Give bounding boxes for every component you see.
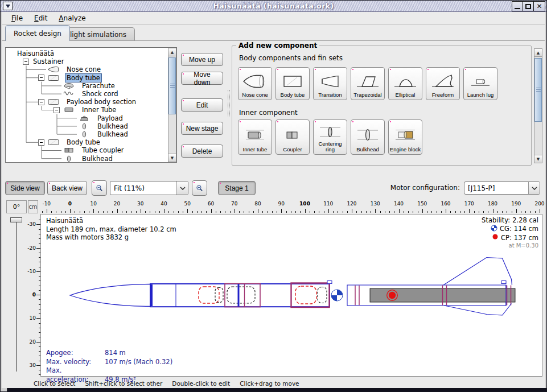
add-nose-cone-button[interactable]: Nose cone [238,67,272,100]
zoom-in-button[interactable] [192,180,207,196]
scroll-thumb[interactable] [534,58,542,122]
component-button-label: Freeform [432,92,454,98]
add-transition-button[interactable]: Transition [313,67,347,100]
zoom-out-button[interactable] [92,180,107,196]
launch-lug-shape[interactable] [327,281,332,284]
menu-edit[interactable]: Edit [28,13,53,24]
toolbar-separator [228,90,230,117]
inner-tube-icon [242,122,268,147]
component-tree[interactable]: HaisunäätäSustainerNose coneBody tubePar… [5,47,177,163]
menu-file[interactable]: File [6,13,28,24]
tree-expander-icon[interactable] [38,75,44,81]
edit-button-new-stage[interactable]: New stage [181,122,223,135]
stage-1-toggle[interactable]: Stage 1 [218,181,256,195]
tree-item[interactable]: Sustainer [6,57,167,65]
add-coupler-button[interactable]: Coupler [275,119,310,155]
tree-item[interactable]: Payload body section [6,98,167,106]
chevron-down-icon[interactable] [176,181,188,195]
maximize-button[interactable] [523,2,534,11]
rocket-canvas[interactable]: HaisunäätäLength 189 cm, max. diameter 1… [40,214,542,377]
fin-elliptical-icon [393,70,418,92]
slider-handle[interactable] [10,217,22,222]
body-tube-icon [47,75,61,81]
shock-cord-icon [63,90,76,97]
flight-stat-value: 107 m/s (Mach 0.32) [105,358,172,366]
tree-expander-icon[interactable] [54,107,60,113]
menu-bar: FileEditAnalyze [2,12,545,25]
payload-icon [78,115,92,122]
body-tube-shape[interactable] [150,284,330,307]
cp-label: CP: [501,234,512,242]
flight-stat-value: 814 m [105,349,126,357]
stability-label: Stability: [482,216,510,225]
flight-stat-row: Max. velocity:107 m/s (Mach 0.32) [46,358,172,367]
tree-item-label: Haisunäätä [16,49,55,57]
add-centering-ring-button[interactable]: Centering ring [313,119,347,155]
title-bar[interactable]: Haisunäätä (haisunaata.ork) ✕ [1,1,546,12]
add-bulkhead-button[interactable]: Bulkhead [351,119,385,155]
nose-cone-shape[interactable] [70,284,150,307]
body-components-label: Body components and fin sets [239,54,343,62]
centering-ring-icon [318,122,343,141]
rotation-slider[interactable] [6,216,27,376]
edit-button-delete[interactable]: Delete [181,145,223,158]
tree-item[interactable]: Haisunäätä [6,49,167,57]
add-fin-trapezoidal-button[interactable]: Trapezoidal [351,67,385,100]
tree-item[interactable]: Tube coupler [6,146,167,154]
tree-item[interactable]: Nose cone [6,65,167,73]
window-menu-icon[interactable] [3,2,13,10]
add-engine-block-button[interactable]: Engine block [388,119,422,155]
coupler-icon [63,147,76,154]
motor-configuration-select[interactable]: [J115-P] [464,181,540,195]
scroll-down-icon[interactable]: ▼ [534,155,542,163]
add-launch-lug-button[interactable]: Launch lug [463,67,497,100]
scroll-up-icon[interactable]: ▲ [168,48,176,56]
tree-expander-icon[interactable] [38,99,44,105]
add-fin-elliptical-button[interactable]: Elliptical [388,67,422,100]
tree-item[interactable]: Body tube [6,74,167,82]
menu-analyze[interactable]: Analyze [53,13,91,24]
component-button-label: Inner tube [243,147,268,152]
component-panel-scrollbar[interactable]: ▲ ▼ [534,48,542,163]
edit-button-edit[interactable]: Edit [181,98,223,112]
tree-item[interactable]: Parachute [6,82,167,90]
body-tube-icon [280,70,305,92]
close-button[interactable]: ✕ [534,2,545,11]
minimize-button[interactable] [512,2,523,11]
side-view-button[interactable]: Side view [5,181,45,195]
resize-grip[interactable] [1,388,7,391]
add-inner-tube-button[interactable]: Inner tube [238,119,272,155]
zoom-select[interactable]: Fit (11%) [110,181,188,195]
chevron-down-icon[interactable] [528,182,540,194]
nose-cone-icon [242,70,268,92]
tree-item[interactable]: Inner Tube [6,106,167,114]
component-button-label: Engine block [390,147,421,152]
tree-item[interactable]: Bulkhead [6,154,167,162]
tree-item[interactable]: Body tube [6,138,167,146]
tab-rocket-design[interactable]: Rocket design [5,25,70,41]
scroll-up-icon[interactable]: ▲ [534,49,542,57]
tree-item[interactable]: Bulkhead [6,130,167,138]
scroll-down-icon[interactable]: ▼ [168,154,176,162]
back-view-button[interactable]: Back view [47,181,87,195]
tree-item[interactable]: Shock cord [6,90,167,98]
tree-expander-icon[interactable] [38,139,44,146]
body-tube-icon [47,139,61,146]
cp-icon [492,233,499,242]
slider-track [16,221,17,372]
tree-scrollbar[interactable]: ▲ ▼ [168,48,176,162]
tree-expander-icon[interactable] [23,59,29,65]
edit-button-move-down[interactable]: Move down [181,72,223,85]
add-fin-freeform-button[interactable]: Freeform [426,67,460,100]
cp-value: 137 cm [514,234,538,242]
bulkhead-icon [355,122,380,147]
vertical-ruler: -30-20-100102030 [27,214,40,377]
add-body-tube-button[interactable]: Body tube [275,67,310,100]
tree-item[interactable]: Bulkhead [6,122,167,130]
tree-item[interactable]: Payload [6,114,167,122]
tree-item-label: Inner Tube [81,106,117,114]
edit-button-move-up[interactable]: Move up [181,53,223,66]
tree-item-label: Nose cone [65,65,102,73]
scroll-thumb[interactable] [168,57,176,114]
launch-lug-shape[interactable] [501,281,506,284]
